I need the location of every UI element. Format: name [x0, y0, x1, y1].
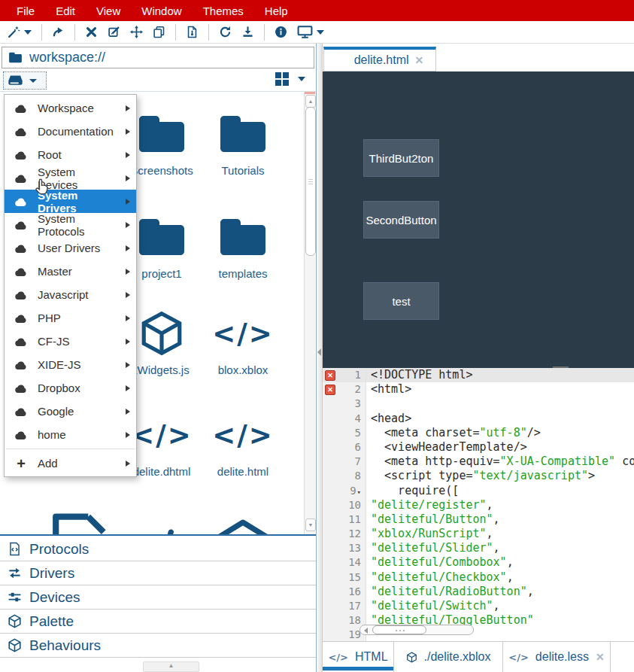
file-item-templates[interactable]: templates — [204, 211, 282, 280]
code-line-1[interactable]: ✕1<!DOCTYPE html> — [323, 368, 634, 382]
accordion-header-drivers[interactable]: Drivers — [0, 561, 316, 585]
menubar-item-window[interactable]: Window — [131, 1, 192, 21]
menubar-item-help[interactable]: Help — [254, 1, 299, 21]
info-button[interactable] — [275, 26, 287, 38]
menu-item-label: XIDE-JS — [38, 358, 116, 371]
accordion-header-behaviours[interactable]: Behaviours — [0, 634, 316, 658]
code-line-13[interactable]: 13"deliteful/Slider", — [323, 541, 634, 555]
address-bar[interactable]: workspace:// — [2, 47, 314, 68]
preview-button-test[interactable]: test — [363, 282, 439, 320]
close-icon[interactable]: ✕ — [596, 651, 605, 663]
code-line-11[interactable]: 11"deliteful/Button", — [323, 512, 634, 527]
copy-button[interactable] — [153, 26, 165, 38]
code-line-9[interactable]: 9▾ require([ — [323, 484, 634, 498]
scrollbar-thumb[interactable] — [305, 107, 316, 256]
code-line-17[interactable]: 17"deliteful/Switch", — [323, 599, 634, 613]
menu-item-workspace[interactable]: Workspace — [5, 96, 136, 120]
code-editor[interactable]: ✕1<!DOCTYPE html>✕2<html>34<head>5 <meta… — [323, 368, 634, 641]
download-button[interactable] — [241, 26, 254, 38]
editor-horizontal-scrollbar[interactable] — [359, 625, 474, 635]
vertical-splitter[interactable] — [317, 44, 323, 672]
close-button[interactable] — [85, 26, 98, 38]
menubar-item-edit[interactable]: Edit — [45, 1, 86, 21]
menubar: FileEditViewWindowThemesHelp — [0, 0, 634, 21]
code-line-3[interactable]: 3 — [323, 397, 634, 411]
code-line-12[interactable]: 12"xblox/RunScript", — [323, 527, 634, 541]
file-item-tutorials[interactable]: Tutorials — [204, 108, 282, 177]
accordion-header-devices[interactable]: Devices — [0, 585, 316, 610]
menu-item-xide-js[interactable]: XIDE-JS — [5, 353, 136, 376]
editor-bottom-tabs: </>HTML./delite.xblox</>delite.less✕ — [323, 641, 634, 672]
bottom-tab-html[interactable]: </>HTML — [323, 642, 394, 672]
refresh-button[interactable] — [219, 26, 232, 38]
line-number: 8 — [338, 469, 366, 483]
file-button[interactable] — [186, 26, 199, 38]
menubar-item-view[interactable]: View — [86, 1, 131, 21]
bottom-tab-delite-xblox[interactable]: ./delite.xblox — [394, 642, 503, 672]
menu-item-php[interactable]: PHP — [5, 306, 136, 330]
drive-selector-button[interactable] — [3, 71, 47, 90]
preview-button-secondbutton[interactable]: SecondButton — [363, 201, 439, 239]
magic-wand-button[interactable] — [8, 26, 32, 38]
menu-item-documentation[interactable]: Documentation — [5, 120, 136, 143]
menu-item-master[interactable]: Master — [5, 260, 136, 283]
monitor-button[interactable] — [297, 26, 324, 38]
fold-arrow-icon[interactable]: ▾ — [357, 488, 361, 496]
menu-item-user-drivers[interactable]: User Drivers — [5, 236, 136, 260]
code-line-2[interactable]: ✕2<html> — [323, 382, 634, 397]
menu-item-dropbox[interactable]: Dropbox — [5, 376, 136, 400]
splitter-collapse-handle[interactable]: ▲ — [143, 661, 199, 672]
menu-item-system-protocols[interactable]: System Protocols — [5, 213, 136, 236]
code-line-5[interactable]: 5 <meta charset="utf-8"/> — [323, 426, 634, 440]
monitor-icon — [297, 26, 313, 38]
menu-item-google[interactable]: Google — [5, 400, 136, 423]
gutter-cell — [323, 570, 338, 585]
scrollbar-thumb[interactable] — [372, 625, 426, 634]
close-icon[interactable]: ✕ — [415, 54, 424, 66]
edit-button[interactable] — [108, 26, 120, 38]
menubar-item-themes[interactable]: Themes — [193, 1, 254, 21]
code-line-16[interactable]: 16"deliteful/RadioButton", — [323, 585, 634, 599]
code-icon: </> — [204, 409, 282, 461]
file-item-item[interactable] — [204, 505, 282, 536]
file-item-item[interactable] — [123, 505, 201, 536]
file-item-item[interactable] — [41, 505, 120, 536]
accordion-header-palette[interactable]: Palette — [0, 610, 316, 634]
code-text: <html> — [366, 382, 634, 397]
move-button[interactable] — [130, 26, 143, 38]
scroll-down-button[interactable]: ▼ — [305, 518, 316, 531]
menu-item-cf-js[interactable]: CF-JS — [5, 330, 136, 353]
file-item-delite-html[interactable]: </>delite.html — [204, 409, 282, 478]
code-line-8[interactable]: 8 <script type="text/javascript"> — [323, 469, 634, 483]
scroll-up-button[interactable]: ▲ — [305, 95, 316, 108]
menubar-item-file[interactable]: File — [6, 1, 45, 21]
gutter-cell — [323, 585, 338, 599]
menu-item-root[interactable]: Root — [5, 143, 136, 166]
code-line-4[interactable]: 4<head> — [323, 412, 634, 426]
bottom-tab-delite-less[interactable]: </>delite.less✕ — [503, 642, 611, 672]
submenu-arrow-icon — [126, 129, 130, 135]
menu-item-system-devices[interactable]: System Devices — [5, 166, 136, 190]
tab-delite-html[interactable]: delite.html ✕ — [323, 47, 436, 71]
gutter-cell — [323, 541, 338, 555]
code-text: <head> — [366, 412, 634, 426]
redo-button[interactable] — [52, 26, 65, 38]
menu-item-add[interactable]: +Add — [5, 452, 136, 475]
accordion-header-protocols[interactable]: Protocols — [0, 537, 316, 561]
cloud-icon — [14, 173, 28, 184]
menu-item-home[interactable]: home — [5, 423, 136, 446]
submenu-arrow-icon — [126, 199, 130, 205]
cloud-icon — [14, 290, 28, 300]
submenu-arrow-icon — [126, 292, 130, 298]
file-grid-scrollbar[interactable]: ▲ ▼ — [304, 92, 315, 535]
code-line-7[interactable]: 7 <meta http-equiv="X-UA-Compatible" con… — [323, 455, 634, 469]
code-line-14[interactable]: 14"deliteful/Combobox", — [323, 555, 634, 570]
code-line-15[interactable]: 15"deliteful/Checkbox", — [323, 570, 634, 585]
preview-button-thirdbut2ton[interactable]: ThirdBut2ton — [363, 139, 439, 177]
code-line-6[interactable]: 6 <viewHeaderTemplate/> — [323, 440, 634, 455]
menu-item-javascript[interactable]: Javascript — [5, 283, 136, 306]
code-line-10[interactable]: 10"delite/register", — [323, 498, 634, 512]
view-mode-button[interactable] — [275, 72, 305, 86]
file-item-blox-xblox[interactable]: </>blox.xblox — [204, 308, 282, 376]
menu-item-system-drivers[interactable]: System Drivers — [5, 190, 136, 213]
